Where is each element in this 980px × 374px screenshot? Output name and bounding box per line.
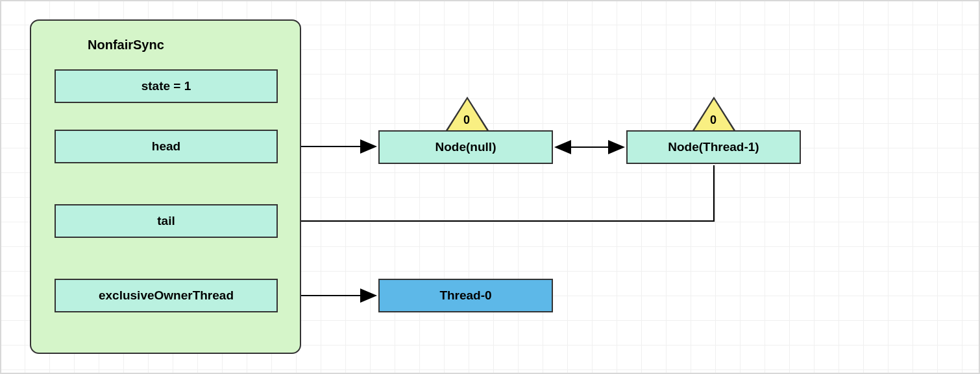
node-thread1: Node(Thread-1) (626, 130, 801, 164)
container-title: NonfairSync (88, 38, 164, 53)
node-null-label: Node(null) (435, 140, 496, 154)
tail-label: tail (157, 214, 175, 228)
owner-label: exclusiveOwnerThread (99, 288, 234, 303)
node-null-badge-text: 0 (463, 113, 470, 127)
state-field: state = 1 (55, 69, 278, 103)
node-thread1-badge-text: 0 (710, 113, 717, 127)
thread0-label: Thread-0 (439, 288, 491, 303)
thread0-box: Thread-0 (378, 279, 553, 312)
tail-field: tail (55, 204, 278, 238)
head-field: head (55, 130, 278, 163)
node-null: Node(null) (378, 130, 553, 164)
state-label: state = 1 (141, 79, 191, 93)
head-label: head (152, 139, 180, 154)
node-thread1-label: Node(Thread-1) (668, 140, 759, 154)
owner-field: exclusiveOwnerThread (55, 279, 278, 312)
